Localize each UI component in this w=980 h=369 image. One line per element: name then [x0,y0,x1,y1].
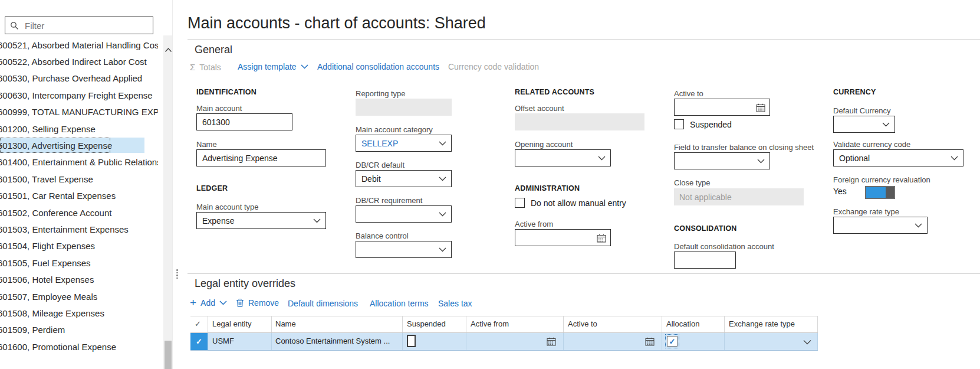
account-list-item[interactable]: 601501, Car Rental Expenses [0,188,158,204]
exchange-rate-type-dropdown[interactable] [833,217,928,234]
account-list-item[interactable]: 600630, Intercompany Freight Expense [0,87,158,103]
account-list-item[interactable]: 600530, Purchase Overhead Applied [0,70,158,87]
add-button[interactable]: + Add [190,298,227,308]
account-list-item[interactable]: 601600, Promotional Expense [0,338,158,355]
account-list-item-label: 601505, Fuel Expenses [0,258,91,268]
default-consolidation-account-input[interactable] [674,252,736,269]
account-list-item[interactable]: 600521, Absorbed Material Handling Cost [0,37,158,53]
account-list-item[interactable]: 601500, Travel Expense [0,171,158,187]
filter-box[interactable] [5,17,153,34]
default-currency-dropdown[interactable] [833,116,895,133]
account-list-item[interactable]: 601507, Employee Meals [0,288,158,305]
account-list-item-label: 601200, Selling Expense [0,124,96,134]
balance-control-dropdown[interactable] [356,241,452,258]
account-list-item[interactable]: 601509, Perdiem [0,322,158,338]
main-account-input[interactable]: 601300 [196,113,292,130]
account-list-item-label: 601504, Flight Expenses [0,241,95,251]
header-separator [662,316,662,333]
account-list-item-label: 601600, Promotional Expense [0,342,116,352]
col-header-allocation[interactable]: Allocation [666,319,699,328]
chevron-down-icon [439,212,446,217]
col-header-suspended[interactable]: Suspended [407,319,446,328]
col-header-legal-entity[interactable]: Legal entity [212,319,252,328]
default-dimensions-button[interactable]: Default dimensions [288,299,358,308]
account-list: 600521, Absorbed Material Handling Cost … [0,37,158,355]
active-to-label: Active to [674,89,703,98]
name-input[interactable]: Advertising Expense [196,149,326,166]
account-list-item[interactable]: 601503, Entertainment Expenses [0,221,158,237]
do-not-allow-manual-entry-checkbox[interactable] [515,198,525,208]
related-accounts-header: RELATED ACCOUNTS [515,88,594,96]
assign-template-button[interactable]: Assign template [238,62,308,71]
scroll-up-arrow-icon[interactable] [165,47,172,53]
sidebar-scrollbar-thumb[interactable] [165,341,172,369]
account-list-item-label: 601502, Conference Account [0,208,111,218]
row-separator [817,333,818,350]
row-suspended-checkbox[interactable] [407,335,416,347]
select-all-checkmark-icon[interactable]: ✓ [195,319,201,328]
col-header-active-from[interactable]: Active from [471,319,509,328]
suspended-row: Suspended [674,119,732,129]
row-legal-entity-link[interactable]: USMF [212,337,234,345]
account-list-item-label: 601503, Entertainment Expenses [0,224,129,234]
active-to-date-input[interactable] [674,99,770,116]
db-cr-default-dropdown[interactable]: Debit [356,170,452,187]
main-account-category-dropdown[interactable]: SELLEXP [356,135,452,152]
validate-currency-code-dropdown[interactable]: Optional [833,149,963,166]
calendar-icon[interactable] [645,337,655,346]
col-header-exchange-rate-type[interactable]: Exchange rate type [729,319,795,328]
sales-tax-button[interactable]: Sales tax [438,299,472,308]
transfer-balance-dropdown[interactable] [674,152,770,169]
calendar-icon[interactable] [756,103,765,112]
account-list-item[interactable]: 601508, Mileage Expenses [0,305,158,321]
remove-button[interactable]: Remove [236,298,279,308]
totals-label: Totals [199,63,221,72]
account-list-item[interactable]: 601400, Entertainment & Public Relations… [0,154,158,171]
active-from-date-input[interactable] [515,229,611,246]
foreign-currency-revaluation-toggle[interactable] [865,186,895,199]
chevron-down-icon [757,159,765,164]
account-list-item[interactable]: 600999, TOTAL MANUFACTURING EXPENSES [0,104,158,120]
account-list-item[interactable]: 601505, Fuel Expenses [0,254,158,271]
account-list-item-label: 601509, Perdiem [0,325,65,335]
reporting-type-field [356,99,452,116]
chevron-down-icon[interactable] [803,339,811,345]
filter-input[interactable] [24,20,148,31]
opening-account-dropdown[interactable] [515,149,611,166]
chevron-down-icon [439,247,446,252]
row-allocation-checkbox[interactable]: ✓ [667,336,678,347]
row-bottom-border [190,350,818,351]
row-selector-cell[interactable]: ✓ [190,333,208,350]
opening-account-label: Opening account [515,140,573,149]
main-account-type-dropdown[interactable]: Expense [196,212,326,229]
balance-control-label: Balance control [356,231,409,240]
db-cr-requirement-dropdown[interactable] [356,205,452,223]
calendar-icon[interactable] [597,234,606,243]
allocation-terms-button[interactable]: Allocation terms [370,299,429,308]
account-list-item[interactable]: 601504, Flight Expenses [0,238,158,254]
section-splitter-grip[interactable] [176,269,178,279]
identification-header: IDENTIFICATION [196,88,256,96]
suspended-checkbox[interactable] [674,119,684,129]
consolidation-header: CONSOLIDATION [674,224,737,233]
account-list-item-label: 600630, Intercompany Freight Expense [0,90,153,100]
col-header-name[interactable]: Name [275,319,296,328]
account-list-item[interactable]: 600522, Absorbed Indirect Labor Cost [0,53,158,70]
calendar-icon[interactable] [547,337,556,346]
account-list-item[interactable]: 601200, Selling Expense [0,120,158,137]
header-separator [402,316,403,333]
sidebar-scrollbar-track[interactable] [163,35,173,369]
additional-consolidation-accounts-button[interactable]: Additional consolidation accounts [317,62,439,71]
account-list-item[interactable]: 601502, Conference Account [0,204,158,221]
db-cr-default-label: DB/CR default [356,161,405,169]
header-separator [208,316,208,333]
col-header-active-to[interactable]: Active to [568,319,597,328]
header-separator [271,316,272,333]
account-list-item[interactable]: 601300, Advertising Expense [0,137,158,154]
sigma-icon: Σ [190,62,195,72]
account-list-item-label: 601400, Entertainment & Public Relations… [0,157,158,167]
additional-consolidation-accounts-label: Additional consolidation accounts [317,62,439,71]
row-name-cell[interactable]: Contoso Entertainment System ... [275,337,390,345]
account-list-item[interactable]: 601506, Hotel Expenses [0,271,158,288]
remove-label: Remove [248,298,279,308]
